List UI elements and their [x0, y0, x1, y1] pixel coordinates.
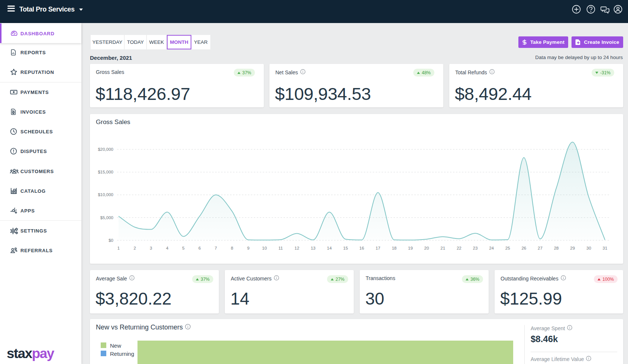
- svg-text:$0: $0: [109, 238, 113, 243]
- svg-text:27: 27: [538, 246, 543, 250]
- svg-text:5: 5: [182, 246, 184, 250]
- svg-text:$20,000: $20,000: [98, 147, 113, 152]
- svg-text:21: 21: [440, 246, 445, 250]
- svg-text:7: 7: [215, 246, 217, 250]
- svg-text:15: 15: [343, 246, 348, 250]
- svg-text:8: 8: [231, 246, 233, 250]
- svg-text:17: 17: [376, 246, 381, 250]
- svg-text:24: 24: [489, 246, 494, 250]
- svg-text:1: 1: [117, 246, 120, 250]
- svg-text:$10,000: $10,000: [98, 192, 113, 197]
- svg-text:10: 10: [262, 246, 267, 250]
- svg-text:23: 23: [473, 246, 478, 250]
- svg-text:14: 14: [327, 246, 332, 250]
- svg-text:6: 6: [198, 246, 201, 250]
- svg-text:3: 3: [150, 246, 152, 250]
- svg-text:25: 25: [505, 246, 510, 250]
- svg-text:28: 28: [554, 246, 559, 250]
- svg-text:11: 11: [278, 246, 283, 250]
- svg-text:4: 4: [166, 246, 169, 250]
- svg-text:18: 18: [392, 246, 396, 250]
- svg-text:2: 2: [133, 246, 136, 250]
- svg-text:$5,000: $5,000: [100, 215, 113, 220]
- svg-text:30: 30: [586, 246, 591, 250]
- svg-text:20: 20: [424, 246, 429, 250]
- svg-text:22: 22: [457, 246, 462, 250]
- svg-text:29: 29: [570, 246, 575, 250]
- svg-text:16: 16: [359, 246, 364, 250]
- svg-text:9: 9: [247, 246, 249, 250]
- svg-text:31: 31: [603, 246, 608, 250]
- svg-text:13: 13: [311, 246, 315, 250]
- svg-text:$15,000: $15,000: [98, 170, 113, 174]
- svg-text:26: 26: [521, 246, 526, 250]
- svg-text:12: 12: [295, 246, 300, 250]
- svg-text:19: 19: [408, 246, 413, 250]
